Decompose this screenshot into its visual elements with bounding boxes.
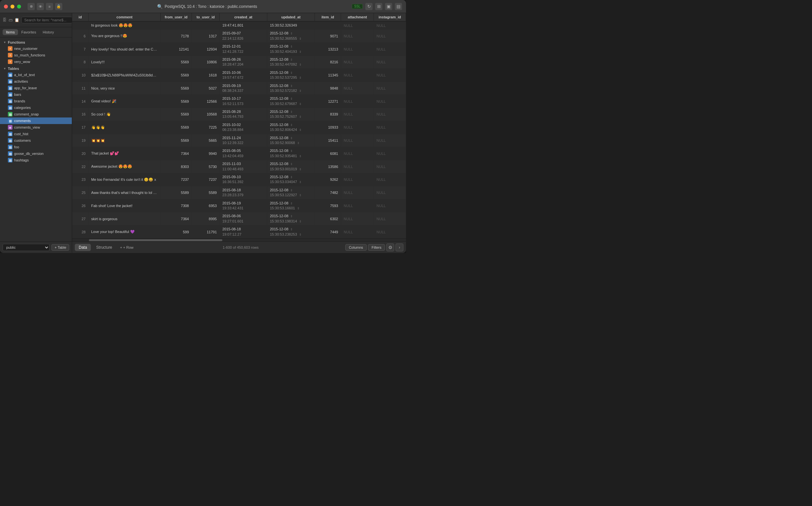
- sidebar-item-so-much-functions[interactable]: f so_much_functions: [0, 52, 72, 59]
- tab-structure[interactable]: Structure: [92, 244, 116, 251]
- ssl-badge: SSL: [352, 4, 363, 9]
- cell-updated: 2015-12-08 ⇕ 15:30:52.572182 ⇕: [267, 82, 315, 95]
- table-icon: ▦: [8, 79, 12, 84]
- tab-data[interactable]: Data: [75, 244, 91, 251]
- lock-icon[interactable]: 🔒: [55, 3, 62, 10]
- scrollbar-thumb[interactable]: [89, 239, 222, 241]
- cell-id: [72, 22, 89, 29]
- table-row[interactable]: 7 Hey lovely! You should def. enter the …: [72, 43, 406, 56]
- sidebar-item-comments[interactable]: ▦ comments: [0, 117, 72, 124]
- schema-select[interactable]: public: [3, 244, 49, 251]
- warning-icon[interactable]: ⊗: [27, 3, 35, 10]
- cell-to: 9940: [192, 147, 220, 160]
- next-page-button[interactable]: ›: [396, 244, 403, 251]
- tables-section: ▾ Tables ▦ a_lot_of_text ▦ activities ▦ …: [0, 66, 72, 163]
- grid-view-button[interactable]: ⊞: [375, 3, 382, 10]
- cell-to: 5589: [192, 186, 220, 199]
- refresh-button[interactable]: ↻: [365, 3, 373, 10]
- cell-instagram: NULL: [374, 43, 406, 56]
- cell-item: 7449: [315, 226, 341, 238]
- functions-label: Functions: [8, 40, 25, 44]
- sidebar-item-comments-view[interactable]: ◈ comments_view: [0, 124, 72, 131]
- close-button[interactable]: [4, 5, 8, 8]
- sql-icon[interactable]: 📋: [14, 16, 19, 24]
- cell-item: 7593: [315, 199, 341, 212]
- cell-comment: Great video! 🎉: [89, 95, 161, 108]
- cell-id: 20: [72, 147, 89, 160]
- cell-to: 8995: [192, 212, 220, 225]
- cell-from: 7364: [161, 212, 192, 225]
- sidebar-item-comment-snap[interactable]: ▦ comment_snap: [0, 111, 72, 117]
- sidebar-item-activities[interactable]: ▦ activities: [0, 78, 72, 85]
- horizontal-scrollbar[interactable]: [72, 239, 406, 241]
- cell-item: 12271: [315, 95, 341, 108]
- table-row[interactable]: 10 $2a$10$HZLN88PNuWWi4ZuS91lb8dR98ljt0k…: [72, 69, 406, 82]
- eye-icon[interactable]: 👁: [37, 3, 44, 10]
- sidebar-item-app-for-leave[interactable]: ▦ app_for_leave: [0, 85, 72, 91]
- col-header-attachment: attachment: [341, 13, 374, 21]
- table-row[interactable]: 8 Lovely!!! 5569 10806 2015-08-26 18:28:…: [72, 56, 406, 69]
- sidebar-item-very-wow[interactable]: f very_wow: [0, 59, 72, 65]
- table-row[interactable]: 17 👋👋👋 5569 7225 2015-10-02 06:23:38.884…: [72, 121, 406, 134]
- panel-toggle-button[interactable]: ▣: [385, 3, 392, 10]
- columns-button[interactable]: Columns: [345, 244, 367, 251]
- table-row[interactable]: hi gorgeous look 😍😍😍 19:47:41.801 15:30:…: [72, 22, 406, 29]
- sidebar-toggle-button[interactable]: ▤: [395, 3, 402, 10]
- settings-button[interactable]: ⚙: [386, 244, 394, 251]
- sidebar-item-brands[interactable]: ▦ brands: [0, 98, 72, 104]
- table-row[interactable]: 20 That jacket 💕💕 7364 9940 2015-08-05 1…: [72, 147, 406, 160]
- tables-label: Tables: [8, 67, 19, 71]
- add-row-button[interactable]: + + Row: [117, 245, 136, 250]
- table-row[interactable]: 11 Nice, very nice 5569 5027 2015-09-19 …: [72, 82, 406, 95]
- sidebar-item-goose-db-version[interactable]: ▦ goose_db_version: [0, 150, 72, 157]
- nav-history-button[interactable]: History: [39, 29, 57, 35]
- table-icon: ▦: [8, 132, 12, 136]
- table-row[interactable]: 25 Aww thanks that's what I thought to l…: [72, 186, 406, 199]
- sidebar-search-input[interactable]: [21, 17, 72, 23]
- cell-updated: 2015-12-08 ⇕ 15:30:52.679687 ⇕: [267, 95, 315, 108]
- table-row[interactable]: 28 Love your top! Beautiful 💜 599 11791 …: [72, 226, 406, 239]
- cell-id: 14: [72, 95, 89, 108]
- cell-instagram: NULL: [374, 82, 406, 95]
- nav-items-button[interactable]: Items: [3, 29, 18, 35]
- tables-section-header[interactable]: ▾ Tables: [0, 66, 72, 72]
- cell-from: 7308: [161, 199, 192, 212]
- filters-button[interactable]: Filters: [368, 244, 385, 251]
- item-label: goose_db_version: [14, 152, 43, 156]
- nav-favorites-button[interactable]: Favorites: [18, 29, 39, 35]
- cell-created: 2015-08-18 23:28:23.379: [220, 186, 267, 199]
- cell-from: 8303: [161, 160, 192, 173]
- table-row[interactable]: 14 Great video! 🎉 5569 12566 2015-10-17 …: [72, 95, 406, 108]
- table-row[interactable]: 26 Fab shot! Love the jacket! 7308 6953 …: [72, 199, 406, 213]
- add-table-button[interactable]: + Table: [52, 244, 69, 251]
- list-icon[interactable]: ≡: [46, 3, 53, 10]
- table-icon-btn[interactable]: 🗃: [8, 16, 12, 24]
- sidebar-item-cust-hist[interactable]: ▦ cust_hist: [0, 131, 72, 137]
- sidebar-item-new-customer[interactable]: f new_customer: [0, 45, 72, 52]
- table-row[interactable]: 16 So cool ! 👋 5569 10568 2015-08-28 13:…: [72, 108, 406, 121]
- table-row[interactable]: 27 skirt is gorgeous 7364 8995 2015-08-0…: [72, 212, 406, 226]
- cell-comment: Nice, very nice: [89, 82, 161, 95]
- sidebar-item-customers[interactable]: ▦ customers: [0, 137, 72, 144]
- table-row[interactable]: 23 Me too Fernanda! It's cute isn't it 😊…: [72, 173, 406, 186]
- maximize-button[interactable]: [17, 5, 21, 8]
- table-row[interactable]: 22 Awesome jacket 😍😍😍 8303 5730 2015-11-…: [72, 160, 406, 173]
- sidebar-item-a-lot-of-text[interactable]: ▦ a_lot_of_text: [0, 72, 72, 78]
- sidebar-item-foo[interactable]: ▦ foo: [0, 144, 72, 150]
- cell-comment: Lovely!!!: [89, 56, 161, 69]
- sidebar-item-hashtags[interactable]: ▦ hashtags: [0, 157, 72, 163]
- minimize-button[interactable]: [10, 5, 14, 8]
- functions-section-header[interactable]: ▾ Functions: [0, 39, 72, 45]
- table-row[interactable]: 6 You are gorgeous !!😍 7178 1317 2015-09…: [72, 29, 406, 43]
- table-body[interactable]: hi gorgeous look 😍😍😍 19:47:41.801 15:30:…: [72, 22, 406, 239]
- sidebar-item-categories[interactable]: ▦ categories: [0, 104, 72, 111]
- function-icon: f: [8, 59, 12, 64]
- table-row[interactable]: 19 💥💥💥 5569 5665 2015-11-24 10:12:39.322…: [72, 134, 406, 147]
- db-icon[interactable]: 🗄: [3, 16, 7, 24]
- cell-comment: Love your top! Beautiful 💜: [89, 226, 161, 238]
- item-label: app_for_leave: [14, 86, 37, 90]
- cell-updated: 2015-12-08 ⇕ 15:30:52.537295 ⇕: [267, 69, 315, 82]
- cell-id: 27: [72, 212, 89, 225]
- cell-id: 7: [72, 43, 89, 56]
- sidebar-item-bars[interactable]: ▦ bars: [0, 91, 72, 98]
